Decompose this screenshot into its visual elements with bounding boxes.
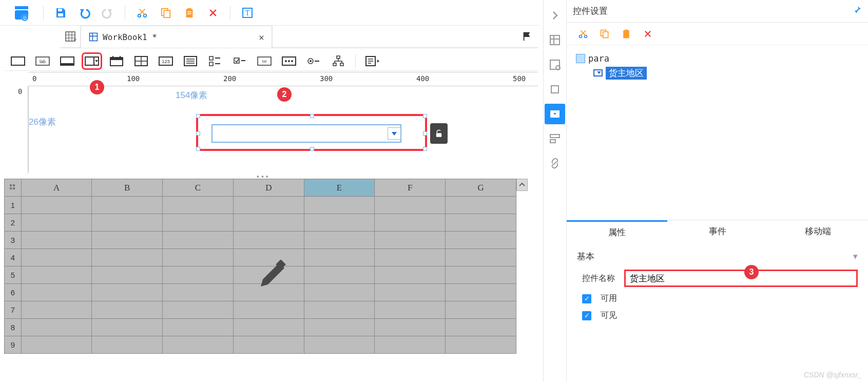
save-icon[interactable] <box>54 6 67 20</box>
input-widget-name[interactable] <box>624 270 858 287</box>
widget-tree-icon[interactable] <box>331 55 346 67</box>
widget-textarea-icon[interactable]: txt <box>257 55 272 67</box>
svg-rect-45 <box>337 56 340 59</box>
svg-rect-46 <box>333 63 336 66</box>
row-header[interactable]: 5 <box>5 266 22 284</box>
svg-rect-66 <box>623 30 629 38</box>
widget-numbergroup-icon[interactable] <box>133 55 149 67</box>
selected-combo-widget[interactable] <box>196 114 427 151</box>
combo-dropdown-button[interactable] <box>388 127 401 140</box>
svg-text:txt: txt <box>262 59 267 64</box>
tab-add-button[interactable]: + <box>61 25 80 48</box>
row-header[interactable]: 1 <box>5 197 22 214</box>
tree-root[interactable]: para <box>576 51 859 66</box>
svg-rect-10 <box>186 9 193 17</box>
svg-point-44 <box>310 60 312 62</box>
workbook-icon <box>88 32 99 42</box>
panel-paste-icon[interactable] <box>620 28 632 40</box>
copy-icon[interactable] <box>159 6 172 20</box>
row-header[interactable]: 6 <box>5 284 22 301</box>
widget-list-icon[interactable] <box>183 55 198 67</box>
vbar-combo-icon[interactable] <box>545 104 565 124</box>
vbar-dataset-icon[interactable] <box>545 54 565 75</box>
svg-rect-52 <box>10 187 12 189</box>
widget-combo-icon[interactable] <box>84 55 100 67</box>
panel-title: 控件设置 <box>573 5 608 17</box>
vbar-layout-icon[interactable] <box>545 128 565 149</box>
delete-icon[interactable] <box>206 6 220 20</box>
widget-checkgroup-icon[interactable] <box>207 55 223 67</box>
col-header[interactable]: A <box>21 179 92 197</box>
row-visible: ✓ 可见 <box>567 307 868 324</box>
panel-cut-icon[interactable] <box>577 28 589 40</box>
row-header[interactable]: 7 <box>5 301 22 319</box>
svg-rect-11 <box>187 8 191 10</box>
combo-icon <box>593 69 603 77</box>
redo-icon[interactable] <box>101 6 114 20</box>
checkbox-visible[interactable]: ✓ <box>582 311 591 320</box>
undo-icon[interactable] <box>78 6 91 20</box>
ruler-tick: 200 <box>223 74 236 83</box>
row-header[interactable]: 3 <box>5 232 22 249</box>
tree-item[interactable]: 货主地区 <box>593 66 859 80</box>
widget-text-icon[interactable] <box>60 55 75 67</box>
svg-rect-35 <box>209 62 213 66</box>
vbar-crop-icon[interactable] <box>545 79 565 100</box>
col-header[interactable]: E <box>304 179 375 197</box>
sheet-corner[interactable] <box>5 179 22 197</box>
tab-events[interactable]: 事件 <box>667 220 768 242</box>
section-label: 基本 <box>577 251 594 262</box>
panel-delete-icon[interactable] <box>642 28 654 40</box>
widget-label-icon[interactable]: lab <box>35 55 50 67</box>
vbar-link-icon[interactable] <box>545 153 565 174</box>
widget-check-icon[interactable] <box>232 55 247 67</box>
tab-workbook1[interactable]: WorkBook1 * × <box>80 25 273 48</box>
pencil-cursor-icon <box>257 260 287 291</box>
tab-attributes[interactable]: 属性 <box>567 220 667 242</box>
panel-toolbar <box>567 23 868 45</box>
watermark: CSDN @sjfxnxsr_ <box>804 371 862 379</box>
widget-more-icon[interactable] <box>365 55 380 67</box>
svg-rect-65 <box>603 31 608 37</box>
expand-panel-icon[interactable] <box>545 5 565 26</box>
svg-rect-53 <box>13 187 15 189</box>
text-format-icon[interactable]: T <box>241 6 254 20</box>
pin-icon[interactable] <box>853 5 862 17</box>
cut-icon[interactable] <box>136 6 149 20</box>
section-basic[interactable]: 基本 ▾ <box>567 242 868 266</box>
col-header[interactable]: C <box>163 179 234 197</box>
col-header[interactable]: F <box>375 179 446 197</box>
svg-text:+: + <box>73 36 76 43</box>
tab-mobile[interactable]: 移动端 <box>767 220 868 242</box>
sheet-scroll-up-button[interactable] <box>516 179 528 191</box>
svg-rect-28 <box>112 56 113 59</box>
annotation-badge-3: 3 <box>744 265 759 279</box>
col-header[interactable]: D <box>233 179 304 197</box>
svg-rect-55 <box>550 35 560 45</box>
widget-button-icon[interactable] <box>10 55 26 67</box>
paste-icon[interactable] <box>183 6 196 20</box>
ruler-tick: 300 <box>320 74 333 83</box>
height-label: 26像素 <box>29 116 56 128</box>
col-header[interactable]: G <box>446 179 516 197</box>
unlock-icon[interactable] <box>430 123 448 144</box>
widget-radio-icon[interactable] <box>306 55 321 67</box>
ruler-tick: 500 <box>513 74 526 83</box>
vbar-table-icon[interactable] <box>545 30 565 50</box>
row-header[interactable]: 9 <box>5 336 22 354</box>
flag-icon[interactable] <box>522 31 533 42</box>
widget-password-icon[interactable] <box>281 55 297 67</box>
tab-close-button[interactable]: × <box>259 32 264 43</box>
row-header[interactable]: 2 <box>5 214 22 232</box>
widget-date-icon[interactable] <box>109 55 124 67</box>
row-enabled: ✓ 可用 <box>567 290 868 307</box>
row-header[interactable]: 4 <box>5 249 22 266</box>
row-header[interactable]: 8 <box>5 319 22 336</box>
widget-tree[interactable]: para 货主地区 <box>567 45 868 86</box>
col-header[interactable]: B <box>92 179 163 197</box>
panel-copy-icon[interactable] <box>599 28 611 40</box>
checkbox-enabled[interactable]: ✓ <box>582 294 591 303</box>
widget-number-icon[interactable]: 123 <box>158 55 173 67</box>
combo-widget-body[interactable] <box>211 124 401 143</box>
svg-rect-49 <box>436 133 442 137</box>
